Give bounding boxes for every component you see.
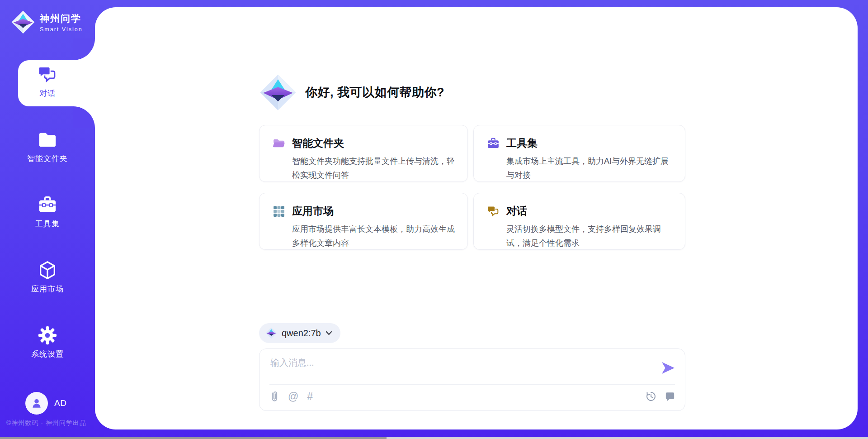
hash-icon[interactable]: # — [307, 391, 313, 402]
card-description: 智能文件夹功能支持批量文件上传与清洗，轻松实现文件问答 — [292, 154, 456, 182]
cube-icon — [37, 260, 58, 281]
brand-diamond-icon — [259, 73, 297, 111]
sidebar-item-label: 工具集 — [35, 219, 60, 229]
sidebar-item-label: 系统设置 — [31, 349, 64, 359]
folder-icon — [37, 129, 58, 150]
brand-name: 神州问学 — [40, 12, 83, 25]
message-composer: @ # — [259, 348, 685, 411]
brand-diamond-icon — [11, 10, 35, 34]
card-title: 智能文件夹 — [292, 136, 344, 150]
card-title: 工具集 — [506, 136, 538, 150]
brand-subtitle: Smart Vision — [40, 26, 83, 33]
sidebar-item-toolset[interactable]: 工具集 — [0, 191, 95, 237]
user-name: AD — [54, 398, 66, 408]
model-diamond-icon — [265, 327, 277, 339]
sidebar: 神州问学 Smart Vision 对话 智能文件夹 — [0, 0, 95, 439]
sidebar-item-settings[interactable]: 系统设置 — [0, 321, 95, 367]
toolbox-icon — [37, 195, 58, 215]
composer-toolbar: @ # — [269, 384, 675, 402]
feature-cards: 智能文件夹 智能文件夹功能支持批量文件上传与清洗，轻松实现文件问答 — [259, 125, 685, 250]
user-account[interactable]: AD — [0, 392, 95, 415]
brand-logo: 神州问学 Smart Vision — [0, 0, 95, 34]
model-selector[interactable]: qwen2:7b — [259, 323, 340, 343]
card-title: 应用市场 — [292, 204, 334, 218]
history-icon[interactable] — [646, 391, 656, 402]
model-name: qwen2:7b — [282, 328, 321, 339]
send-icon[interactable] — [661, 362, 675, 374]
card-app-market[interactable]: 应用市场 应用市场提供丰富长文本模板，助力高效生成多样化文章内容 — [259, 193, 468, 250]
sidebar-item-app-market[interactable]: 应用市场 — [0, 256, 95, 302]
sidebar-item-label: 应用市场 — [31, 284, 64, 294]
gear-icon — [37, 325, 58, 346]
chevron-down-icon — [326, 331, 332, 335]
greeting-title: 你好, 我可以如何帮助你? — [305, 84, 444, 100]
folder-open-icon — [272, 137, 286, 150]
person-icon — [31, 397, 42, 409]
toolbox-icon — [486, 137, 500, 150]
horizontal-scrollbar[interactable] — [0, 437, 868, 439]
main-content-panel: 你好, 我可以如何帮助你? 智能文件夹 智能文件夹功能支持批量文件上传与清洗，轻… — [95, 7, 858, 429]
chat-icon — [37, 64, 58, 85]
sidebar-item-chat[interactable]: 对话 — [0, 60, 95, 106]
card-toolset[interactable]: 工具集 集成市场上主流工具，助力AI与外界无缝扩展与对接 — [473, 125, 685, 182]
chat-bubble-icon[interactable] — [665, 391, 675, 401]
card-description: 集成市场上主流工具，助力AI与外界无缝扩展与对接 — [506, 154, 673, 182]
card-title: 对话 — [506, 204, 527, 218]
chat-icon — [486, 205, 500, 218]
card-description: 灵活切换多模型文件，支持多样回复效果调试，满足个性化需求 — [506, 222, 673, 250]
message-input[interactable] — [270, 357, 661, 380]
copyright-text: ©神州数码 · 神州问学出品 — [6, 419, 86, 427]
card-smart-folder[interactable]: 智能文件夹 智能文件夹功能支持批量文件上传与清洗，轻松实现文件问答 — [259, 125, 468, 182]
paperclip-icon[interactable] — [269, 391, 279, 402]
grid-icon — [272, 205, 286, 218]
scrollbar-thumb[interactable] — [0, 437, 387, 439]
card-description: 应用市场提供丰富长文本模板，助力高效生成多样化文章内容 — [292, 222, 456, 250]
sidebar-item-smart-folder[interactable]: 智能文件夹 — [0, 125, 95, 172]
greeting: 你好, 我可以如何帮助你? — [259, 73, 685, 111]
at-icon[interactable]: @ — [288, 391, 298, 402]
sidebar-item-label: 对话 — [39, 88, 56, 99]
sidebar-item-label: 智能文件夹 — [27, 153, 68, 164]
avatar — [25, 392, 48, 415]
card-chat[interactable]: 对话 灵活切换多模型文件，支持多样回复效果调试，满足个性化需求 — [473, 193, 685, 250]
